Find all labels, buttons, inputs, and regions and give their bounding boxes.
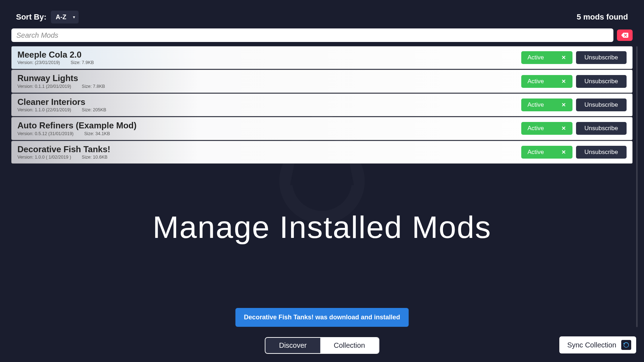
clear-icon bbox=[621, 33, 628, 38]
mod-row[interactable]: Meeple Cola 2.0 Version: (23/01/2019) Si… bbox=[11, 46, 633, 69]
mod-size: Size: 205KB bbox=[82, 107, 106, 112]
mod-row[interactable]: Decorative Fish Tanks! Version: 1.0.0 ( … bbox=[11, 141, 633, 164]
search-input[interactable] bbox=[11, 28, 613, 42]
mod-info: Meeple Cola 2.0 Version: (23/01/2019) Si… bbox=[17, 50, 518, 65]
active-label: Active bbox=[528, 54, 544, 61]
mod-size: Size: 7.9KB bbox=[71, 60, 94, 65]
mod-size: Size: 10.6KB bbox=[82, 155, 107, 160]
close-icon: ✕ bbox=[561, 54, 566, 61]
active-label: Active bbox=[528, 78, 544, 85]
mod-meta: Version: 0.1.1 (20/01/2019) Size: 7.8KB bbox=[17, 84, 518, 89]
unsubscribe-button[interactable]: Unsubscribe bbox=[576, 99, 627, 111]
clear-search-button[interactable] bbox=[617, 30, 633, 41]
mod-list: Meeple Cola 2.0 Version: (23/01/2019) Si… bbox=[0, 46, 644, 164]
mod-row[interactable]: Runway Lights Version: 0.1.1 (20/01/2019… bbox=[11, 70, 633, 92]
mod-version: Version: 1.0.0 ( 1/02/2019 ) bbox=[17, 155, 71, 160]
install-toast: Decorative Fish Tanks! was download and … bbox=[236, 308, 409, 327]
unsubscribe-button[interactable]: Unsubscribe bbox=[576, 75, 627, 88]
unsubscribe-button[interactable]: Unsubscribe bbox=[576, 122, 627, 135]
mod-row[interactable]: Auto Refiners (Example Mod) Version: 0.5… bbox=[11, 117, 633, 140]
active-toggle-button[interactable]: Active ✕ bbox=[521, 75, 572, 88]
mod-meta: Version: 1.0.0 ( 1/02/2019 ) Size: 10.6K… bbox=[17, 155, 518, 160]
mod-info: Auto Refiners (Example Mod) Version: 0.5… bbox=[17, 121, 518, 136]
active-label: Active bbox=[528, 149, 544, 156]
unsubscribe-button[interactable]: Unsubscribe bbox=[576, 146, 627, 159]
mod-version: Version: (23/01/2019) bbox=[17, 60, 60, 65]
mod-title: Cleaner Interiors bbox=[17, 97, 518, 107]
mod-version: Version: 0.1.1 (20/01/2019) bbox=[17, 84, 71, 89]
close-icon: ✕ bbox=[561, 149, 566, 155]
active-toggle-button[interactable]: Active ✕ bbox=[521, 99, 572, 111]
mod-meta: Version: (23/01/2019) Size: 7.9KB bbox=[17, 60, 518, 65]
mod-size: Size: 7.8KB bbox=[82, 84, 105, 89]
unsubscribe-button[interactable]: Unsubscribe bbox=[576, 51, 627, 64]
top-bar: Sort By: A-Z 5 mods found bbox=[0, 0, 644, 27]
active-toggle-button[interactable]: Active ✕ bbox=[521, 122, 572, 135]
mod-info: Runway Lights Version: 0.1.1 (20/01/2019… bbox=[17, 74, 518, 89]
tab-discover[interactable]: Discover bbox=[265, 338, 320, 353]
mod-size: Size: 34.1KB bbox=[84, 131, 110, 136]
sync-label: Sync Collection bbox=[567, 341, 616, 349]
mod-row[interactable]: Cleaner Interiors Version: 1.1.0 (22/01/… bbox=[11, 94, 633, 116]
mod-version: Version: 0.5.12 (31/01/2019) bbox=[17, 131, 74, 136]
sync-icon bbox=[621, 340, 631, 350]
close-icon: ✕ bbox=[561, 78, 566, 85]
active-label: Active bbox=[528, 101, 544, 108]
sort-by-label: Sort By: bbox=[16, 12, 47, 22]
mod-info: Decorative Fish Tanks! Version: 1.0.0 ( … bbox=[17, 145, 518, 160]
search-row bbox=[0, 27, 644, 46]
scrollbar-track[interactable] bbox=[636, 46, 638, 327]
tab-collection[interactable]: Collection bbox=[320, 338, 379, 353]
sync-collection-button[interactable]: Sync Collection bbox=[559, 336, 636, 353]
active-label: Active bbox=[528, 125, 544, 132]
mod-info: Cleaner Interiors Version: 1.1.0 (22/01/… bbox=[17, 97, 518, 112]
mods-found-count: 5 mods found bbox=[577, 12, 628, 22]
mod-title: Runway Lights bbox=[17, 74, 518, 83]
mod-meta: Version: 1.1.0 (22/01/2019) Size: 205KB bbox=[17, 107, 518, 112]
close-icon: ✕ bbox=[561, 102, 566, 108]
active-toggle-button[interactable]: Active ✕ bbox=[521, 51, 572, 64]
mod-meta: Version: 0.5.12 (31/01/2019) Size: 34.1K… bbox=[17, 131, 518, 136]
mod-title: Meeple Cola 2.0 bbox=[17, 50, 518, 59]
sort-select[interactable]: A-Z bbox=[51, 11, 79, 23]
tab-bar: Discover Collection bbox=[265, 337, 379, 354]
mod-title: Auto Refiners (Example Mod) bbox=[17, 121, 518, 130]
close-icon: ✕ bbox=[561, 125, 566, 132]
mod-title: Decorative Fish Tanks! bbox=[17, 145, 518, 154]
page-title: Manage Installed Mods bbox=[153, 209, 491, 245]
mod-version: Version: 1.1.0 (22/01/2019) bbox=[17, 107, 71, 112]
active-toggle-button[interactable]: Active ✕ bbox=[521, 146, 572, 159]
